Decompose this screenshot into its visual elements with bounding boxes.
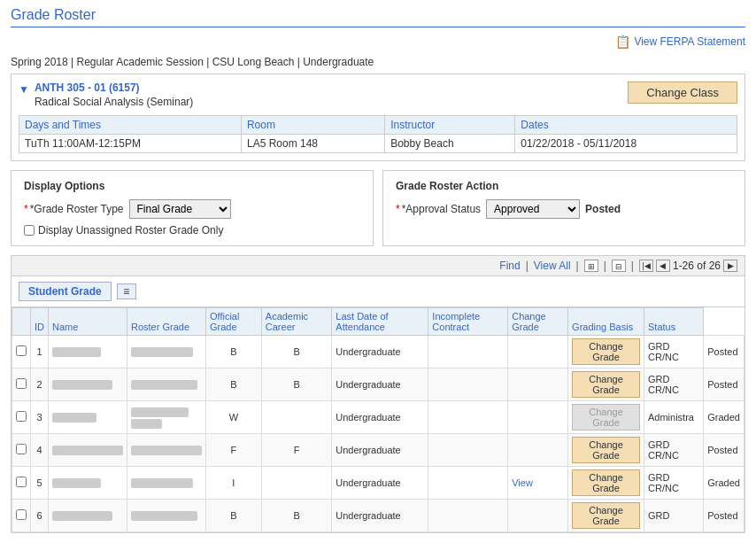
ferpa-icon: 📋 [615,35,630,49]
view-contract-link[interactable]: View [512,477,533,488]
row-name-1 [131,446,202,455]
class-code-link[interactable]: ANTH 305 - 01 (6157) [35,81,140,94]
roster-table: ID Name Roster Grade Official Grade Acad… [12,307,744,532]
approval-status-label: *Approval Status [396,203,481,215]
change-grade-button[interactable]: Change Grade [572,371,640,398]
row-name-1 [131,380,197,390]
approval-status-posted: Posted [585,203,621,215]
prev-page-btn[interactable]: ◀ [656,260,670,272]
row-id [52,413,96,423]
row-num: 6 [31,500,49,532]
row-num: 5 [31,467,49,500]
row-id [52,380,112,390]
row-contract [508,434,568,467]
row-num: 3 [31,401,49,434]
row-contract: View [508,467,568,500]
change-grade-button[interactable]: Change Grade [572,338,640,365]
pagination: |◀ ◀ 1-26 of 26 ▶ [639,260,737,272]
row-academic-career: Undergraduate [332,336,428,368]
ferpa-link[interactable]: 📋 View FERPA Statement [615,35,745,49]
grid-icon-2[interactable]: ⊟ [612,260,626,272]
page-title: Grade Roster [11,7,745,27]
row-id [52,347,101,357]
next-page-btn[interactable]: ▶ [723,260,737,272]
options-row: Display Options *Grade Roster Type Final… [11,170,745,246]
row-id [52,478,101,488]
row-name-1 [131,407,189,417]
col-dates: Dates [515,116,737,135]
col-academic-career-header: Academic Career [261,308,332,336]
class-instructor: Bobby Beach [385,135,515,153]
approval-status-select[interactable]: Approved Not Reviewed Ready to Post [486,199,580,219]
class-section: ▼ ANTH 305 - 01 (6157) Radical Social An… [11,74,745,161]
row-academic-career: Undergraduate [332,434,428,467]
row-checkbox-cell [12,336,31,368]
row-grading-basis: GRD CR/NC [644,467,704,500]
row-checkbox-cell [12,368,31,401]
row-checkbox-cell [12,434,31,467]
row-name-1 [131,478,193,488]
change-class-button[interactable]: Change Class [628,81,737,104]
class-days-times: TuTh 11:00AM-12:15PM [19,135,242,153]
row-roster-grade: W [206,401,262,434]
row-checkbox-cell [12,467,31,500]
row-academic-career: Undergraduate [332,368,428,401]
row-grading-basis: GRD [644,500,704,532]
col-days-times: Days and Times [19,116,242,135]
row-status: Posted [704,336,744,368]
row-checkbox[interactable] [16,411,27,422]
change-grade-button[interactable]: Change Grade [572,437,640,463]
unassigned-checkbox[interactable] [24,225,35,236]
grade-roster-type-select[interactable]: Final Grade Midterm Grade Progress Grade [129,199,231,219]
row-change-grade-cell: Change Grade [568,467,644,500]
row-checkbox[interactable] [16,345,27,356]
display-options-title: Display Options [24,180,360,192]
table-row: 5 I Undergraduate View Change Grade GRD … [12,467,744,500]
table-row: 3 W Undergraduate Change Grade Administr… [12,401,744,434]
row-checkbox[interactable] [16,477,27,487]
col-grading-basis-header: Grading Basis [568,308,644,336]
row-official-grade [261,401,332,434]
row-id-cell [49,434,127,467]
row-academic-career: Undergraduate [332,467,428,500]
class-dates: 01/22/2018 - 05/11/2018 [515,135,737,153]
row-attendance [428,368,508,401]
row-checkbox[interactable] [16,509,27,520]
row-contract [508,336,568,368]
col-status-header: Status [644,308,704,336]
row-name-1 [131,347,193,357]
grade-action-title: Grade Roster Action [396,180,732,192]
first-page-btn[interactable]: |◀ [639,260,653,272]
row-official-grade [261,467,332,500]
col-name-header: Name [49,308,127,336]
student-grade-tab[interactable]: Student Grade [19,282,112,301]
row-status: Graded [704,401,744,434]
unassigned-label: Display Unassigned Roster Grade Only [38,224,223,237]
row-id-cell [49,467,127,500]
row-change-grade-cell: Change Grade [568,368,644,401]
row-name-cell [127,401,206,434]
row-id-cell [49,401,127,434]
row-checkbox[interactable] [16,444,27,454]
row-change-grade-cell: Change Grade [568,336,644,368]
change-grade-button[interactable]: Change Grade [572,469,640,496]
row-roster-grade: F [206,434,262,467]
change-grade-button[interactable]: Change Grade [572,502,640,529]
row-num: 2 [31,368,49,401]
row-attendance [428,336,508,368]
view-all-link[interactable]: View All [534,260,571,272]
row-grading-basis: GRD CR/NC [644,336,704,368]
tab-row: Student Grade ≡ [12,276,744,307]
table-row: 6 B B Undergraduate Change Grade GRD Pos… [12,500,744,532]
row-checkbox-cell [12,401,31,434]
row-contract [508,500,568,532]
class-table-row: TuTh 11:00AM-12:15PM LA5 Room 148 Bobby … [19,135,737,153]
pagination-info: 1-26 of 26 [673,260,721,272]
tab-icon[interactable]: ≡ [117,283,136,299]
grid-icon-1[interactable]: ⊞ [584,260,598,272]
row-roster-grade: B [206,336,262,368]
find-link[interactable]: Find [499,260,520,272]
row-contract [508,368,568,401]
expand-arrow-icon[interactable]: ▼ [19,83,29,96]
row-checkbox[interactable] [16,378,27,389]
